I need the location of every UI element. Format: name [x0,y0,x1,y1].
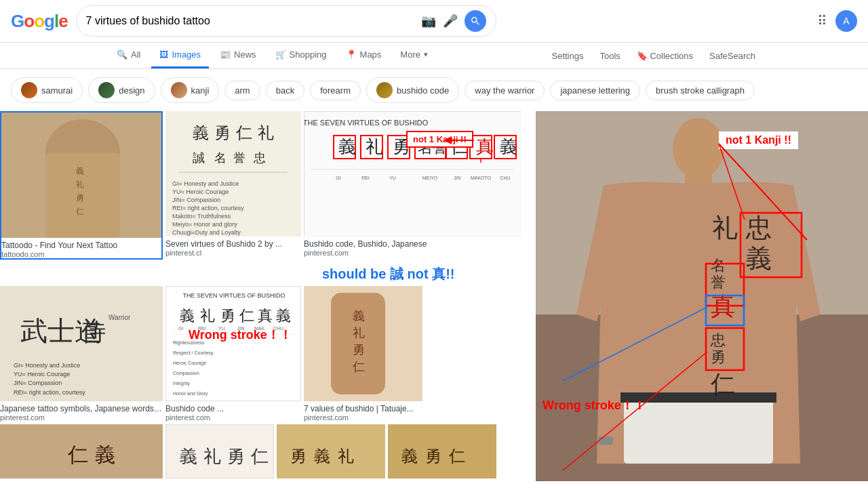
filter-chip-arm[interactable]: arm [224,81,260,100]
svg-text:勇: 勇 [227,447,245,466]
feature-not1kanji-annotation: not 1 Kanji !! [719,131,798,149]
filter-chip-samurai[interactable]: samurai [11,77,83,103]
svg-text:仁: 仁 [250,447,269,466]
search-bar[interactable]: 📷 🎤 [76,5,496,37]
account-avatar[interactable]: A [835,10,857,32]
svg-text:MEIYO: MEIYO [422,176,438,180]
svg-text:義: 義 [338,137,356,157]
filter-chip-brush-stroke[interactable]: brush stroke calligraph [646,81,755,100]
filter-label-kanji: kanji [191,85,210,96]
svg-text:礼: 礼 [203,447,221,466]
svg-text:勇: 勇 [220,307,235,324]
svg-text:YU= Heroic Courage: YU= Heroic Courage [172,188,229,195]
filter-chip-bushido-code[interactable]: bushido code [366,77,459,103]
svg-text:Warrior: Warrior [108,314,131,321]
card-4-source: pinterest.com [0,413,163,422]
filter-label-brush-stroke: brush stroke calligraph [656,85,745,96]
search-button[interactable] [465,10,486,32]
svg-text:義: 義 [180,447,197,466]
result-card-10[interactable]: 義 勇 仁 [388,424,496,479]
tab-all[interactable]: 🔍 All [108,43,149,68]
collections-link[interactable]: 🔖 Collections [633,44,697,68]
svg-text:仁: 仁 [448,447,465,465]
svg-text:Heroic Courage: Heroic Courage [173,361,206,366]
svg-text:勇: 勇 [353,343,365,357]
card-5-source: pinterest.com [165,413,301,422]
tab-maps-label: Maps [360,49,382,60]
nav-tabs: 🔍 All 🖼 Images 📰 News 🛒 Shopping 📍 Maps … [0,43,868,69]
svg-text:勇: 勇 [711,348,726,365]
result-card-3[interactable]: THE SEVEN VIRTUES OF BUSHIDO 義 礼 勇 名誉 仁 … [304,111,521,260]
svg-text:CHU: CHU [500,176,510,180]
filter-chip-way-warrior[interactable]: way the warrior [465,81,545,100]
bottom-image-1: 仁 義 [0,424,163,479]
tools-link[interactable]: Tools [595,44,624,68]
shopping-icon: 🛒 [275,49,286,60]
result-card-8[interactable]: 義 礼 勇 仁 [165,424,274,479]
card-6-source: pinterest.com [304,413,422,422]
svg-text:Chuugi=Duty and Loyalty: Chuugi=Duty and Loyalty [172,229,241,236]
svg-text:義: 義 [180,307,195,324]
svg-text:忠: 忠 [253,151,266,165]
apps-icon[interactable]: ⠿ [817,13,827,29]
card-2-source: pinterest.cl [165,249,301,257]
filter-chip-kanji[interactable]: kanji [161,77,220,103]
news-icon: 📰 [220,49,231,60]
filter-chip-japanese-lettering[interactable]: japanese lettering [550,81,640,100]
svg-text:GI= Honesty and Justice: GI= Honesty and Justice [14,362,80,369]
nav-settings: Settings Tools 🔖 Collections SafeSearch [548,44,760,68]
svg-text:義: 義 [95,443,115,466]
search-input[interactable] [86,15,416,27]
svg-text:真: 真 [258,307,273,324]
svg-text:Respect / Courtesy: Respect / Courtesy [173,350,214,356]
tab-more-label: More [400,49,420,60]
tab-more[interactable]: More ▾ [392,43,436,68]
camera-icon[interactable]: 📷 [421,14,436,28]
result-card-5[interactable]: THE SEVEN VIRTUES OF BUSHIDO 義 礼 勇 仁 真 義… [165,286,301,422]
svg-text:REI: REI [361,176,370,180]
svg-text:JIN: JIN [454,176,461,180]
voice-search-icon[interactable]: 🎤 [443,14,458,28]
tab-shopping-label: Shopping [290,49,327,60]
svg-text:仁: 仁 [710,371,735,398]
kanji-thumb [171,82,187,98]
svg-text:礼: 礼 [366,137,383,157]
safesearch-link[interactable]: SafeSearch [705,44,760,68]
svg-text:仁: 仁 [75,207,84,216]
settings-link[interactable]: Settings [548,44,588,68]
results-row-3: 仁 義 義 礼 勇 仁 [0,424,536,479]
svg-text:義: 義 [500,137,517,157]
svg-text:誠: 誠 [193,151,205,165]
card-4-title: Japanese tattoo symbols, Japanese words … [0,404,163,413]
filter-chip-forearm[interactable]: forearm [310,81,361,100]
result-card-1[interactable]: 義 礼 勇 仁 Tattoodo - Find Your Next Tattoo… [0,111,163,260]
filter-row: samurai design kanji arm back forearm bu… [0,69,868,111]
svg-rect-106 [624,396,773,464]
filter-chip-design[interactable]: design [88,77,155,103]
result-card-9[interactable]: 勇 義 礼 [277,424,385,479]
tab-images-label: Images [172,49,201,60]
result-card-7[interactable]: 仁 義 [0,424,163,479]
filter-chip-back[interactable]: back [266,81,304,100]
svg-text:勇: 勇 [425,447,441,465]
tab-news[interactable]: 📰 News [212,43,264,68]
images-icon: 🖼 [159,49,168,60]
maps-icon: 📍 [346,49,357,60]
result-card-4[interactable]: 武士道 侍 Warrior GI= Honesty and Justice YU… [0,286,163,422]
result-card-6[interactable]: 義 礼 勇 仁 Wrong stroke！！ 7 values of bushi… [304,286,422,422]
svg-text:義: 義 [76,166,84,176]
svg-text:GI: GI [178,326,183,331]
google-logo: Google [11,11,68,32]
tab-maps[interactable]: 📍 Maps [338,43,390,68]
svg-text:勇: 勇 [214,124,231,142]
svg-text:GI= Honesty and Justice: GI= Honesty and Justice [172,180,239,187]
header: Google 📷 🎤 ⠿ A [0,0,868,43]
svg-text:勇: 勇 [290,447,307,465]
tab-images[interactable]: 🖼 Images [151,43,209,68]
svg-text:義: 義 [401,447,418,465]
result-card-2[interactable]: 義 勇 仁 礼 誠 名 誉 忠 GI= Honesty and Justice … [165,111,301,260]
header-right: ⠿ A [817,10,857,32]
svg-text:誉: 誉 [233,151,245,165]
tab-shopping[interactable]: 🛒 Shopping [267,43,335,68]
not-1-kanji-annotation: not 1 Kanji !! [406,131,473,148]
